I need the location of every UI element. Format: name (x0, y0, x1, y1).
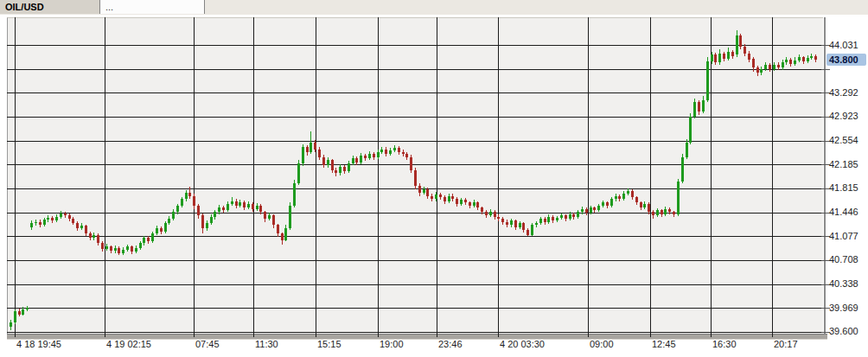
price-axis-label: 40.338 (829, 278, 867, 290)
price-axis-label: 44.031 (829, 40, 867, 51)
price-axis-label: 41.077 (829, 231, 867, 242)
time-axis-label: 12:45 (652, 339, 676, 350)
price-axis-label: 40.708 (829, 254, 867, 265)
time-axis-label: 19:00 (380, 339, 404, 350)
price-axis-label: 39.969 (829, 303, 867, 314)
price-axis-label: 42.923 (829, 111, 867, 122)
candlestick-plot-area[interactable] (7, 17, 823, 334)
time-axis-label: 4 19 02:15 (106, 339, 151, 350)
time-axis-label: 15:15 (317, 339, 341, 350)
chart-tab-bar: OIL/USD ... (0, 0, 868, 15)
tab-oil-usd-label: OIL/USD (5, 2, 44, 12)
tab-oil-usd[interactable]: OIL/USD (0, 0, 100, 14)
price-axis-label: 42.185 (829, 159, 867, 170)
current-price-value: 43.800 (829, 54, 858, 65)
time-axis-label: 09:00 (590, 339, 614, 350)
time-axis-label: 20:17 (774, 339, 798, 350)
price-axis-label: 39.600 (829, 326, 867, 337)
tab-more-label: ... (105, 2, 113, 12)
price-axis-label: 41.815 (829, 182, 867, 194)
time-axis-label: 23:46 (438, 339, 463, 350)
tab-more[interactable]: ... (100, 0, 205, 14)
price-axis-label: 42.554 (829, 135, 867, 146)
time-axis-label: 4 20 03:30 (500, 339, 545, 350)
price-axis-border (824, 17, 826, 334)
time-axis-label: 16:30 (712, 339, 737, 350)
current-price-badge: 43.800 (827, 54, 866, 66)
time-axis-label: 07:45 (195, 339, 220, 350)
price-axis-label: 41.446 (829, 207, 867, 218)
time-axis-label: 11:30 (255, 339, 278, 350)
trading-chart-window: OIL/USD ... 44.03143.29242.92342.55442.1… (0, 0, 868, 357)
price-axis-label: 43.292 (829, 87, 867, 99)
time-axis-label: 4 18 19:45 (16, 339, 61, 350)
